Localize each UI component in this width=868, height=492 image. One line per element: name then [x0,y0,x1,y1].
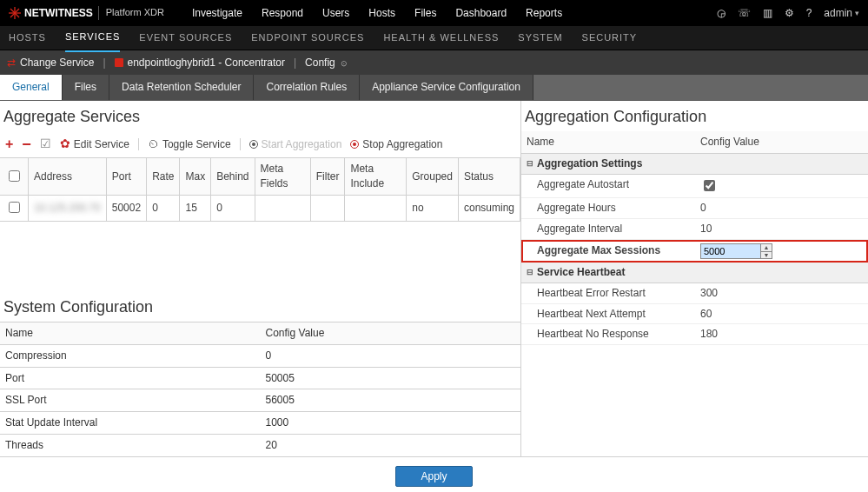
right-pane: Aggregation Configuration Name Config Va… [521,101,868,456]
jobs-icon[interactable]: ◶ [717,6,726,21]
sys-name: Threads [0,435,261,456]
toolbar-right: ◶ ☏ ▥ ⚙ ? admin▾ [717,6,859,21]
cfg-row[interactable]: Aggregate Hours 0 [521,198,868,219]
primary-navbar: NETWITNESS Platform XDR Investigate Resp… [0,0,868,26]
sys-row[interactable]: Port50005 [0,367,520,389]
cfg-name: Aggregate Interval [527,222,700,236]
cfg-row[interactable]: Heartbeat No Response 180 [521,324,868,345]
current-service-label: endpointloghybrid1 - Concentrator [128,56,285,70]
cfg-row[interactable]: Heartbeat Error Restart 300 [521,283,868,304]
clock-icon: ⏲ [148,136,159,152]
select-button[interactable]: ☑ [40,136,51,153]
cfg-value: 0 [700,201,863,216]
spinner-up-icon[interactable]: ▲ [761,244,772,251]
col-grouped[interactable]: Grouped [407,158,459,195]
subnav-system[interactable]: SYSTEM [518,25,562,50]
sys-row[interactable]: SSL Port56005 [0,389,520,412]
apply-button[interactable]: Apply [395,466,472,487]
cfg-name: Aggregate Autostart [527,177,700,196]
aggregate-max-sessions-spinner[interactable]: ▲▼ [700,243,772,259]
sys-row[interactable]: Stat Update Interval1000 [0,412,520,435]
subnav-event-sources[interactable]: EVENT SOURCES [139,25,232,50]
add-service-button[interactable]: + [5,135,13,154]
queue-icon[interactable]: ▥ [763,6,772,21]
table-row[interactable]: 10.125.200.70 50002 0 15 0 no consuming [0,195,520,221]
tab-appliance-service-config[interactable]: Appliance Service Configuration [360,75,533,100]
minus-icon: − [22,140,31,149]
group-aggregation-settings[interactable]: ⊟Aggregation Settings [521,154,868,175]
start-aggregation-label: Start Aggregation [262,137,342,152]
current-page[interactable]: Config ⊙ [305,56,348,70]
cell-address: 10.125.200.70 [34,202,101,214]
agg-config-header: Name Config Value [521,131,868,154]
subnav-services[interactable]: SERVICES [65,24,120,51]
tab-general[interactable]: General [0,75,63,100]
nav-users[interactable]: Users [322,6,349,21]
change-service-label: Change Service [20,56,94,70]
cfg-name: Aggregate Max Sessions [527,243,700,259]
cfg-row[interactable]: Aggregate Autostart [521,175,868,199]
concentrator-icon [115,58,123,67]
syscol-value: Config Value [261,322,521,345]
edit-service-button[interactable]: ✿Edit Service [60,136,129,153]
system-config-title: System Configuration [3,296,520,318]
cfg-row[interactable]: Heartbeat Next Attempt 60 [521,304,868,325]
row-checkbox[interactable] [9,202,20,213]
spinner-buttons[interactable]: ▲▼ [761,243,772,259]
help-icon[interactable]: ? [806,6,812,21]
sys-row[interactable]: Compression0 [0,344,520,367]
col-filter[interactable]: Filter [310,158,345,195]
change-service-link[interactable]: ⇄ Change Service [7,56,94,70]
col-behind[interactable]: Behind [211,158,255,195]
select-all-checkbox[interactable] [9,170,20,182]
subnav-security[interactable]: SECURITY [582,25,638,50]
edit-service-label: Edit Service [74,137,129,152]
toggle-service-button[interactable]: ⏲Toggle Service [148,136,231,152]
group-service-heartbeat[interactable]: ⊟Service Heartbeat [521,263,868,283]
stop-icon [350,140,359,149]
spinner-down-icon[interactable]: ▼ [761,251,772,258]
nav-hosts[interactable]: Hosts [368,6,395,21]
user-menu[interactable]: admin▾ [824,6,859,21]
sys-value: 50005 [261,367,521,389]
nav-investigate[interactable]: Investigate [192,6,242,21]
col-meta-include[interactable]: Meta Include [345,158,407,195]
nav-dashboard[interactable]: Dashboard [455,6,507,21]
tools-icon[interactable]: ⚙ [785,6,794,21]
cfg-row-aggregate-max-sessions[interactable]: Aggregate Max Sessions ▲▼ [521,240,868,263]
page-dropdown-icon: ⊙ [341,59,348,68]
col-address[interactable]: Address [29,158,107,195]
tab-files[interactable]: Files [63,75,109,100]
cell-filter [310,195,345,221]
start-aggregation-button: Start Aggregation [249,137,342,152]
notifications-icon[interactable]: ☏ [738,6,751,21]
subnav-hosts[interactable]: HOSTS [9,25,46,50]
current-service[interactable]: endpointloghybrid1 - Concentrator [115,56,285,70]
user-label: admin [824,6,852,21]
nav-respond[interactable]: Respond [262,6,303,21]
cfg-row[interactable]: Aggregate Interval 10 [521,219,868,240]
col-port[interactable]: Port [106,158,146,195]
col-rate[interactable]: Rate [147,158,180,195]
aggregate-max-sessions-input[interactable] [700,243,761,259]
tab-correlation-rules[interactable]: Correlation Rules [254,75,360,100]
remove-service-button[interactable]: − [22,140,31,149]
tab-data-retention[interactable]: Data Retention Scheduler [109,75,254,100]
group-label: Aggregation Settings [537,156,642,171]
sys-value: 1000 [261,412,521,435]
aggregation-config-title: Aggregation Configuration [525,106,868,128]
nav-reports[interactable]: Reports [526,6,562,21]
col-meta-fields[interactable]: Meta Fields [255,158,310,195]
col-status[interactable]: Status [458,158,520,195]
breadcrumb: ⇄ Change Service | endpointloghybrid1 - … [0,50,868,75]
stop-aggregation-button[interactable]: Stop Aggregation [350,137,442,152]
aggregate-autostart-checkbox[interactable] [704,180,715,191]
check-icon: ☑ [40,136,51,153]
cfg-value: 60 [700,307,863,322]
col-max[interactable]: Max [180,158,211,195]
sys-row[interactable]: Threads20 [0,435,520,456]
subnav-health[interactable]: HEALTH & WELLNESS [383,25,499,50]
main-split: Aggregate Services + − ☑ ✿Edit Service ⏲… [0,101,868,457]
subnav-endpoint-sources[interactable]: ENDPOINT SOURCES [251,25,364,50]
nav-files[interactable]: Files [414,6,436,21]
